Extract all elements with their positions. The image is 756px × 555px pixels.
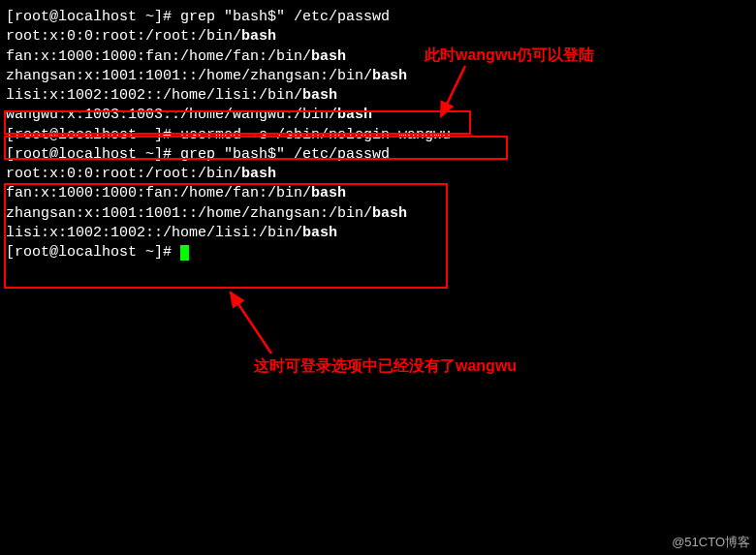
terminal-line: root:x:0:0:root:/root:/bin/bash (6, 165, 750, 184)
text: root:x:0:0:root:/root:/bin/ (6, 28, 241, 45)
text: zhangsan:x:1001:1001::/home/zhangsan:/bi… (6, 68, 372, 84)
text-bold: bash (241, 166, 276, 182)
text: lisi:x:1002:1002::/home/lisi:/bin/ (6, 87, 302, 104)
text-bold: bash (311, 48, 346, 65)
arrow-icon (213, 281, 291, 363)
annotation-text: 这时可登录选项中已经没有了wangwu (254, 355, 517, 377)
text: fan:x:1000:1000:fan:/home/fan:/bin/ (6, 48, 311, 65)
terminal-line: fan:x:1000:1000:fan:/home/fan:/bin/bash (6, 184, 750, 203)
text: root:x:0:0:root:/root:/bin/ (6, 166, 241, 182)
annotation-text: 此时wangwu仍可以登陆 (425, 45, 594, 66)
terminal-line: root:x:0:0:root:/root:/bin/bash (6, 27, 750, 46)
text: [root@localhost ~]# (6, 244, 180, 261)
terminal-line: [root@localhost ~]# grep "bash$" /etc/pa… (6, 145, 750, 165)
text-bold: bash (372, 68, 407, 84)
cursor[interactable] (180, 245, 189, 261)
terminal-line: lisi:x:1002:1002::/home/lisi:/bin/bash (6, 224, 750, 243)
text: fan:x:1000:1000:fan:/home/fan:/bin/ (6, 185, 311, 201)
watermark: @51CTO博客 (672, 534, 750, 551)
terminal-line: [root@localhost ~]# grep "bash$" /etc/pa… (6, 8, 750, 27)
text: wangwu:x:1003:1003::/home/wangwu:/bin/ (6, 107, 337, 123)
text: [root@localhost ~]# grep "bash$" /etc/pa… (6, 9, 390, 25)
terminal-line: [root@localhost ~]# usermod -s /sbin/nol… (6, 126, 750, 145)
terminal-line: lisi:x:1002:1002::/home/lisi:/bin/bash (6, 86, 750, 106)
text: [root@localhost ~]# usermod -s /sbin/nol… (6, 127, 451, 143)
text: zhangsan:x:1001:1001::/home/zhangsan:/bi… (6, 205, 372, 222)
terminal-line: wangwu:x:1003:1003::/home/wangwu:/bin/ba… (6, 106, 750, 125)
terminal-line: zhangsan:x:1001:1001::/home/zhangsan:/bi… (6, 67, 750, 86)
terminal-line: [root@localhost ~]# (6, 243, 750, 262)
text-bold: bash (302, 225, 337, 241)
svg-line-1 (231, 293, 271, 354)
text-bold: bash (241, 28, 276, 45)
terminal-line: fan:x:1000:1000:fan:/home/fan:/bin/bash (6, 47, 750, 67)
terminal-line: zhangsan:x:1001:1001::/home/zhangsan:/bi… (6, 204, 750, 224)
text-bold: bash (311, 185, 346, 201)
text-bold: bash (302, 87, 337, 104)
text: [root@localhost ~]# grep "bash$" /etc/pa… (6, 146, 390, 163)
text-bold: bash (337, 107, 372, 123)
text-bold: bash (372, 205, 407, 222)
text: lisi:x:1002:1002::/home/lisi:/bin/ (6, 225, 302, 241)
